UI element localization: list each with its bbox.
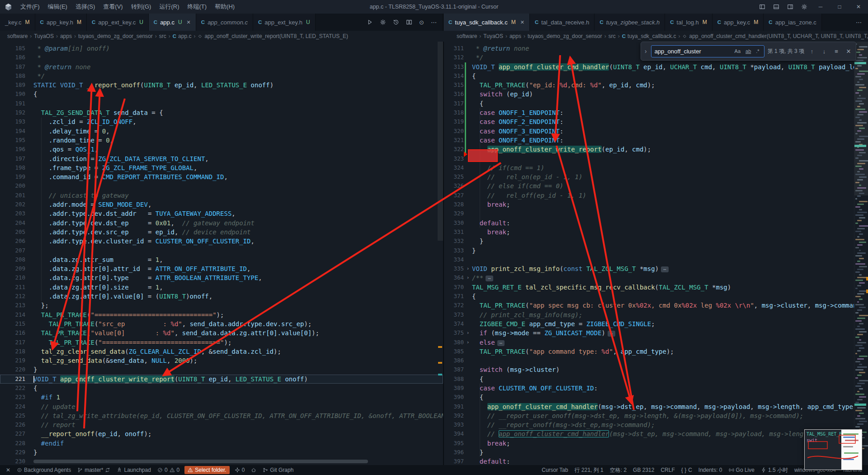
line-number[interactable]: 216: [0, 328, 25, 337]
line-number[interactable]: 373: [444, 310, 464, 319]
code-line[interactable]: 313VOID_T app_onoff_cluster_cmd_handler(…: [444, 62, 868, 71]
line-number[interactable]: 227: [0, 429, 25, 438]
line-number[interactable]: 213: [0, 301, 25, 310]
code-line[interactable]: 392 // __report_user_onoff(msg->dst_ep, …: [444, 411, 868, 420]
line-number[interactable]: 230: [0, 457, 25, 465]
line-number[interactable]: 191: [0, 99, 25, 108]
code-line[interactable]: 196 .qos = QOS_1,: [0, 145, 443, 154]
code-line[interactable]: 221VOID_T app_onoff_cluster_write_report…: [0, 375, 443, 384]
code-line[interactable]: 205 .addr.type.dev.src_ep = ep_id, // de…: [0, 228, 443, 237]
code-line[interactable]: 222{: [0, 384, 443, 393]
code-line[interactable]: 373 // print_zcl_msg_info(msg);: [444, 310, 868, 319]
code-line[interactable]: 317 {: [444, 99, 868, 108]
line-number[interactable]: 228: [0, 439, 25, 448]
breadcrumb-file[interactable]: Capp.c: [173, 33, 192, 39]
more-button[interactable]: ⋯: [856, 19, 862, 26]
code-line[interactable]: 324 // if(cmd == 1): [444, 163, 868, 172]
menu-G[interactable]: 转到(G): [127, 0, 156, 14]
code-line[interactable]: 199 .command_id = CMD_REPORT_ATTRIBUTES_…: [0, 172, 443, 181]
code-line[interactable]: 391 app_onoff_cluster_cmd_handler(msg->d…: [444, 402, 868, 411]
code-line[interactable]: 197 .direction = ZG_ZCL_DATA_SERVER_TO_C…: [0, 154, 443, 163]
line-number[interactable]: 194: [0, 127, 25, 136]
line-number[interactable]: 372: [444, 301, 464, 310]
code-line[interactable]: 321 case ONOFF_4_ENDPOINT:: [444, 136, 868, 145]
code-line[interactable]: 189STATIC VOID_T __report_onoff(UINT8_T …: [0, 81, 443, 90]
line-number[interactable]: 392: [444, 411, 464, 420]
tab-tuya_sdk_callback-c[interactable]: Ctuya_sdk_callback.cM✕: [443, 14, 530, 31]
panel-left-button[interactable]: [755, 0, 769, 14]
line-number[interactable]: 186: [0, 53, 25, 62]
line-number[interactable]: 214: [0, 310, 25, 319]
tab-app_ias_zone-c[interactable]: Capp_ias_zone.c: [764, 14, 821, 31]
breadcrumb-folder[interactable]: software: [457, 33, 477, 39]
close-button[interactable]: ✕: [849, 0, 868, 14]
code-line[interactable]: 386: [444, 356, 868, 365]
code-line[interactable]: 323: [444, 154, 868, 163]
line-number[interactable]: 332: [444, 237, 464, 246]
line-number[interactable]: 364: [444, 273, 464, 282]
status-go-live[interactable]: Go Live: [726, 465, 758, 475]
code-line[interactable]: 198 .frame_type = ZG_ZCL_FRAME_TYPE_GLOB…: [0, 163, 443, 172]
menu-E[interactable]: 编辑(E): [44, 0, 71, 14]
code-line[interactable]: 364›/**⋯: [444, 273, 868, 282]
line-number[interactable]: 322: [444, 145, 464, 154]
line-number[interactable]: 208: [0, 255, 25, 264]
line-number[interactable]: 225: [0, 411, 25, 420]
code-line[interactable]: 218 tal_zg_clear_send_data(ZG_CLEAR_ALL_…: [0, 347, 443, 356]
panel-right-button[interactable]: [783, 0, 797, 14]
menu-T[interactable]: 终端(T): [183, 0, 211, 14]
line-number[interactable]: 391: [444, 402, 464, 411]
code-line[interactable]: 227 __report_onoff(ep_id, onoff);: [0, 429, 443, 438]
line-number[interactable]: 199: [0, 172, 25, 181]
tab-tuya_zigbee_stack-h[interactable]: Ctuya_zigbee_stack.h: [594, 14, 665, 31]
status-cursor-position[interactable]: 行 221, 列 1: [571, 465, 607, 475]
breadcrumb-folder[interactable]: TuyaOS: [483, 33, 503, 39]
line-number[interactable]: 329: [444, 209, 464, 218]
code-line[interactable]: 225 // tal_zg_write_attribute(ep_id, CLU…: [0, 411, 443, 420]
code-line[interactable]: 207: [0, 246, 443, 255]
line-number[interactable]: 390: [444, 393, 464, 402]
panel-bottom-button[interactable]: [769, 0, 783, 14]
status-home[interactable]: [248, 465, 259, 475]
breadcrumb-symbol[interactable]: app_onoff_cluster_write_report(UINT8_T, …: [198, 33, 348, 39]
status-encoding[interactable]: GB 2312: [630, 465, 657, 475]
code-line[interactable]: 210 .data.zg.attr[0].type = ATTR_BOOLEAN…: [0, 273, 443, 282]
breadcrumb-file[interactable]: Ctuya_sdk_callback.c: [622, 33, 676, 39]
breadcrumb-folder[interactable]: apps: [509, 33, 521, 39]
code-line[interactable]: 322 app_onoff_cluster_write_report(ep_id…: [444, 145, 868, 154]
line-number[interactable]: 331: [444, 228, 464, 237]
code-line[interactable]: 326 // else if(cmd == 0): [444, 181, 868, 190]
status-indents[interactable]: Indents: 0: [695, 465, 726, 475]
code-line[interactable]: 375› if (msg->mode == ZG_UNICAST_MODE)⋯: [444, 328, 868, 337]
line-number[interactable]: 396: [444, 448, 464, 457]
line-number[interactable]: 386: [444, 356, 464, 365]
line-number[interactable]: 201: [0, 191, 25, 200]
code-line[interactable]: 319 case ONOFF_2_ENDPOINT:: [444, 117, 868, 126]
code-line[interactable]: 213 };: [0, 301, 443, 310]
line-number[interactable]: 374: [444, 319, 464, 328]
code-line[interactable]: 202 .addr.mode = SEND_MODE_DEV,: [0, 200, 443, 209]
line-number[interactable]: 397: [444, 457, 464, 465]
code-line[interactable]: 206 .addr.type.dev.cluster_id = CLUSTER_…: [0, 237, 443, 246]
code-line[interactable]: 389 case CLUSTER_ON_OFF_CLUSTER_ID:: [444, 384, 868, 393]
breadcrumb-folder[interactable]: software: [7, 33, 28, 39]
line-number[interactable]: 311: [444, 44, 464, 53]
line-number[interactable]: 371: [444, 292, 464, 301]
code-line[interactable]: 200: [0, 181, 443, 190]
code-line[interactable]: 330 default:: [444, 218, 868, 228]
code-line[interactable]: 194 .delay_time = 0,: [0, 127, 443, 136]
code-line[interactable]: 209 .data.zg.attr[0].attr_id = ATTR_ON_O…: [0, 264, 443, 273]
vertical-scrollbar-left[interactable]: [438, 42, 443, 241]
code-line[interactable]: 371{: [444, 292, 868, 301]
status-select-folder-warning[interactable]: Select folder.: [184, 466, 229, 474]
line-number[interactable]: 394: [444, 429, 464, 438]
code-line[interactable]: 217 TAL_PR_TRACE("======================…: [0, 338, 443, 347]
code-line[interactable]: 203 .addr.type.dev.dst_addr = TUYA_GATEW…: [0, 209, 443, 218]
code-line[interactable]: 314{: [444, 71, 868, 81]
line-number[interactable]: 321: [444, 136, 464, 145]
toggle-replace-icon[interactable]: ›: [644, 48, 648, 55]
line-number[interactable]: 211: [0, 283, 25, 292]
code-line[interactable]: 327 // rel_off(ep_id - 1, 1): [444, 191, 868, 200]
line-number[interactable]: 324: [444, 163, 464, 172]
circle-dot-button[interactable]: ⊙: [419, 19, 424, 26]
